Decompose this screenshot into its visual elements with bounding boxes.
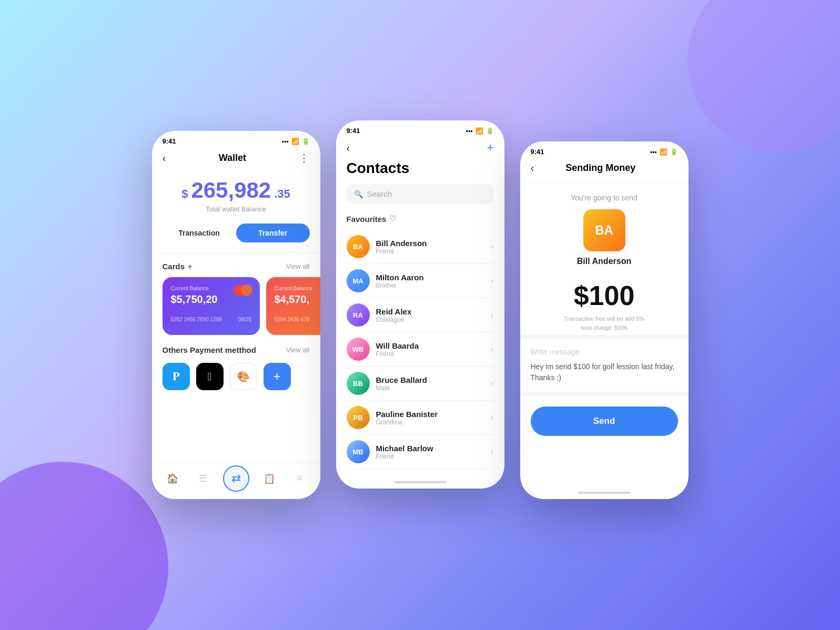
contact-name-michael: Michael Barlow <box>376 444 485 453</box>
fee-line-1: Transaction free will be add 6% <box>564 316 644 322</box>
battery-icon-3: 🔋 <box>670 148 678 156</box>
chevron-icon-michael: › <box>491 447 493 456</box>
contact-role-michael: Friend <box>376 453 485 460</box>
payment-header: Others Payment metthod View all <box>163 346 310 359</box>
contact-pauline-banister[interactable]: PB Pauline Banister Grandma › <box>347 401 494 435</box>
sending-phone: 9:41 ▪▪▪ 📶 🔋 ‹ Sending Money You're goin… <box>520 141 689 499</box>
tab-transfer[interactable]: Transfer <box>236 223 310 242</box>
sending-header: ‹ Sending Money <box>520 158 689 182</box>
nav-list[interactable]: ☰ <box>193 468 214 489</box>
card-1[interactable]: Current Balance $5,750,20 5282 3456 7890… <box>163 277 260 335</box>
contact-role-pauline: Grandma <box>376 419 485 426</box>
contact-bruce-ballard[interactable]: BB Bruce Ballard Mate › <box>347 367 494 401</box>
recipient-name: Bill Anderson <box>531 257 678 266</box>
send-amount: $100 <box>531 280 678 311</box>
nav-menu[interactable]: ≡ <box>289 468 310 489</box>
wallet-header: ‹ Wallet ⋮ <box>152 147 320 172</box>
contact-bill-anderson[interactable]: BA Bill Anderson Friend › <box>347 230 494 264</box>
avatar-milton-aaron: MA <box>347 269 370 292</box>
sending-title: Sending Money <box>565 162 635 174</box>
battery-icon: 🔋 <box>302 138 310 145</box>
payment-methods-section: Others Payment metthod View all 𝐏  🎨 + <box>152 346 320 390</box>
add-payment-button[interactable]: + <box>264 363 291 390</box>
back-button-1[interactable]: ‹ <box>163 152 166 164</box>
nav-home[interactable]: 🏠 <box>162 468 183 489</box>
status-time-2: 9:41 <box>347 127 360 135</box>
back-button-2[interactable]: ‹ <box>347 142 350 154</box>
status-icons-3: ▪▪▪ 📶 🔋 <box>650 148 678 156</box>
contacts-phone: 9:41 ▪▪▪ 📶 🔋 ‹ + Contacts 🔍 Search Favou… <box>336 120 504 489</box>
apple-pay-button[interactable]:  <box>196 363 224 390</box>
signal-icon-2: ▪▪▪ <box>466 127 473 135</box>
recipient-avatar: BA <box>583 209 625 251</box>
message-text[interactable]: Hey im send $100 for golf lession last f… <box>531 361 678 383</box>
payment-view-all[interactable]: View all <box>286 346 310 354</box>
avatar-initials: PB <box>353 414 362 422</box>
status-bar-3: 9:41 ▪▪▪ 📶 🔋 <box>520 141 689 158</box>
contact-role-bruce: Mate <box>376 384 485 392</box>
mastercard-logo <box>234 284 252 296</box>
status-icons-1: ▪▪▪ 📶 🔋 <box>282 138 310 145</box>
wifi-icon-3: 📶 <box>660 148 667 156</box>
card2-label: Current Balance <box>275 286 320 291</box>
avatar-initials: MB <box>352 448 363 456</box>
avatar-pauline-banister: PB <box>347 406 370 429</box>
avatar-initials: RA <box>353 311 363 319</box>
avatar-reid-alex: RA <box>347 303 370 327</box>
fee-line-2: total charge: $106 <box>581 324 627 331</box>
balance-label: Total wallet Balance <box>163 205 310 213</box>
balance-cents: .35 <box>274 187 290 201</box>
wifi-icon-2: 📶 <box>475 127 483 135</box>
balance-main: 265,982 <box>191 178 271 203</box>
status-icons-2: ▪▪▪ 📶 🔋 <box>466 127 494 135</box>
contacts-header: ‹ + <box>336 137 504 160</box>
contact-michael-barlow[interactable]: MB Michael Barlow Friend › <box>347 435 494 469</box>
paypal-button[interactable]: 𝐏 <box>163 363 190 390</box>
home-indicator-2 <box>394 481 447 483</box>
heart-icon: ♡ <box>389 214 396 223</box>
send-button[interactable]: Send <box>531 407 678 436</box>
contact-reid-alex[interactable]: RA Reid Alex Colleague › <box>347 298 494 332</box>
add-payment-icon: + <box>273 369 280 384</box>
contact-name-bill: Bill Anderson <box>376 239 485 248</box>
avatar-initials: BA <box>353 243 363 251</box>
avatar-bruce-ballard: BB <box>347 372 370 395</box>
status-time-1: 9:41 <box>163 137 176 145</box>
going-to-label: You're going to send <box>531 194 678 202</box>
avatar-initials: BB <box>353 380 363 388</box>
send-button-section: Send <box>520 396 689 446</box>
contact-will-baarda[interactable]: WB Will Baarda Friend › <box>347 332 494 367</box>
signal-icon-3: ▪▪▪ <box>650 148 657 156</box>
message-placeholder[interactable]: Write message <box>531 348 678 356</box>
back-button-3[interactable]: ‹ <box>531 162 534 174</box>
fee-notice: Transaction free will be add 6% total ch… <box>531 314 678 332</box>
cards-view-all[interactable]: View all <box>286 262 310 270</box>
chevron-icon-will: › <box>491 344 493 354</box>
add-card-icon[interactable]: + <box>188 262 192 271</box>
search-bar[interactable]: 🔍 Search <box>347 184 494 204</box>
wifi-icon: 📶 <box>291 138 299 145</box>
contact-info-bill: Bill Anderson Friend <box>370 239 491 255</box>
google-pay-button[interactable]: 🎨 <box>230 363 257 390</box>
contact-role-milton: Brother <box>376 282 485 289</box>
apple-icon:  <box>208 371 211 383</box>
cards-section-header: Cards + View all <box>152 253 320 277</box>
action-tabs: Transaction Transfer <box>152 223 320 253</box>
search-icon: 🔍 <box>354 190 363 198</box>
avatar-initials: MA <box>352 277 363 285</box>
card-2[interactable]: Current Balance $4,570, 5294 2436 478 <box>266 277 320 335</box>
contact-info-will: Will Baarda Friend <box>370 341 491 358</box>
nav-transfer[interactable]: ⇄ <box>223 465 249 492</box>
cards-scroll: Current Balance $5,750,20 5282 3456 7890… <box>152 277 320 346</box>
avatar-initials: WB <box>352 346 364 353</box>
mc-circle-orange <box>241 284 252 296</box>
nav-card[interactable]: 📋 <box>259 468 280 489</box>
contact-role-will: Friend <box>376 350 485 358</box>
contact-role-bill: Friend <box>376 248 485 255</box>
more-button-1[interactable]: ⋮ <box>299 151 309 164</box>
add-contact-button[interactable]: + <box>487 141 494 155</box>
paypal-icon: 𝐏 <box>173 370 179 383</box>
tab-transaction[interactable]: Transaction <box>163 223 236 242</box>
contacts-title: Contacts <box>336 160 504 184</box>
contact-milton-aaron[interactable]: MA Milton Aaron Brother › <box>347 264 494 298</box>
